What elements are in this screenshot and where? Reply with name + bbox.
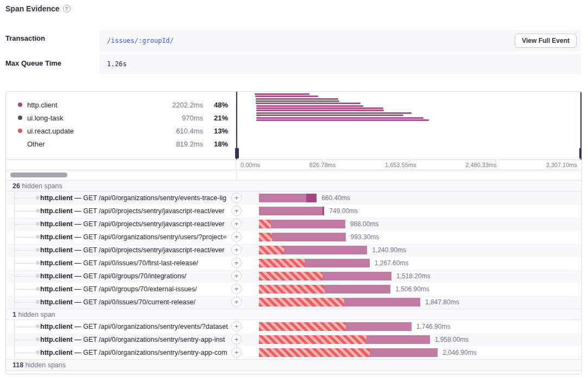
span-row[interactable]: http.client — GET /api/0/organizations/s… [6,192,581,205]
section-header: Span Evidence ? [5,4,71,13]
expand-span-button[interactable]: + [231,245,242,255]
minimap-span-bar [256,105,363,107]
span-description: http.client — GET /api/0/projects/sentry… [40,218,229,231]
span-row[interactable]: http.client — GET /api/0/groups/70/exter… [6,283,581,296]
span-duration-bar [259,348,438,357]
span-description: http.client — GET /api/0/organizations/s… [40,346,229,359]
expand-span-button[interactable]: + [231,271,242,281]
expand-span-button[interactable]: + [231,206,242,216]
tree-node-dot [36,337,40,341]
span-duration-label: 2,046.90ms [442,346,477,359]
expand-span-button[interactable]: + [231,193,242,203]
expand-span-button[interactable]: + [231,347,242,358]
legend-item: ui.react.update610.4ms13% [6,124,236,137]
span-duration-bar [259,194,317,202]
legend-dot-icon [18,116,22,120]
span-row[interactable]: http.client — GET /api/0/projects/sentry… [6,205,581,218]
legend-percent: 13% [203,127,228,135]
transaction-label: Transaction [5,34,45,42]
span-list: 26 hidden spanshttp.client — GET /api/0/… [6,180,581,371]
view-full-event-button[interactable]: View Full Event [515,34,577,48]
span-duration-bar [259,233,346,241]
span-duration-label: 1,518.20ms [396,270,431,283]
span-row[interactable]: http.client — GET /api/0/projects/sentry… [6,218,581,231]
hidden-spans-header: 26 hidden spans [6,180,581,192]
span-row[interactable]: http.client — GET /api/0/issues/70/first… [6,257,581,270]
tree-node-dot [36,350,40,354]
span-duration-label: 993.30ms [351,231,380,244]
span-row[interactable]: http.client — GET /api/0/organizations/s… [6,320,581,333]
legend-label: Other [27,140,156,148]
span-row[interactable]: http.client — GET /api/0/organizations/s… [6,333,581,346]
span-description: http.client — GET /api/0/issues/70/first… [40,257,229,270]
tree-node-dot [36,324,40,328]
page-title: Span Evidence [5,4,60,13]
help-icon[interactable]: ? [63,5,71,12]
span-duration-bar [259,285,390,293]
legend-item: ui.long-task970ms21% [6,111,236,124]
span-description: http.client — GET /api/0/organizations/s… [40,320,229,333]
expand-span-button[interactable]: + [231,297,242,307]
minimap-span-bar [255,95,318,97]
tree-node-dot [36,248,40,252]
expand-span-button[interactable]: + [231,334,242,344]
span-description: http.client — GET /api/0/groups/70/integ… [40,270,229,283]
legend-item: Other819.2ms18% [6,137,236,150]
span-duration-bar [259,246,367,254]
span-row[interactable]: http.client — GET /api/0/issues/70/curre… [6,296,581,309]
tree-node-dot [36,261,40,265]
tree-node-dot [36,209,40,213]
scrollbar-thumb[interactable] [10,173,67,177]
span-description: http.client — GET /api/0/issues/70/curre… [40,296,229,309]
legend-label: ui.long-task [27,114,156,122]
span-duration-label: 1,958.00ms [435,333,469,346]
span-duration-bar [259,207,324,215]
expand-span-button[interactable]: + [231,284,242,294]
span-description: http.client — GET /api/0/projects/sentry… [40,205,229,218]
span-row[interactable]: http.client — GET /api/0/organizations/s… [6,231,581,244]
minimap-span-bar [255,93,309,95]
legend-dot-icon [18,103,22,107]
span-description: http.client — GET /api/0/organizations/s… [40,192,229,205]
minimap-span-bar [256,117,423,119]
minimap-span-bar [256,114,403,116]
legend-percent: 48% [203,101,228,109]
tree-node-dot [36,274,40,278]
span-duration-label: 1,746.90ms [416,320,451,333]
expand-span-button[interactable]: + [231,232,242,242]
time-axis-row: 0.00ms826.78ms1,653.55ms2,480.33ms3,307.… [6,159,581,170]
expand-span-button[interactable]: + [231,321,242,331]
tree-node-dot [36,235,40,239]
axis-tick-label: 0.00ms [241,162,260,168]
legend-dot-icon [18,129,22,133]
minimap-right-handle[interactable] [580,92,581,159]
transaction-link[interactable]: /issues/:groupId/ [107,37,174,44]
horizontal-scrollbar [6,170,581,180]
span-description: http.client — GET /api/0/projects/sentry… [40,244,229,257]
max-queue-time-label: Max Queue Time [5,59,61,67]
minimap-left-handle[interactable] [236,92,237,159]
span-duration-label: 1,240.90ms [372,244,406,257]
hidden-spans-header: 118 hidden spans [6,359,581,371]
minimap-span-bar [256,107,383,109]
legend-duration: 970ms [156,114,203,122]
span-duration-bar [259,220,345,228]
minimap-span-bar [256,119,429,121]
minimap-span-bar [256,112,412,114]
hidden-spans-header: 1 hidden span [6,309,581,320]
expand-span-button[interactable]: + [231,219,242,229]
expand-span-button[interactable]: + [231,258,242,268]
span-description: http.client — GET /api/0/organizations/s… [40,231,229,244]
span-duration-bar [259,322,412,331]
legend-label: http.client [27,101,156,109]
span-row[interactable]: http.client — GET /api/0/organizations/s… [6,346,581,359]
span-waterfall-panel: http.client2202.2ms48%ui.long-task970ms2… [5,91,582,374]
minimap-canvas[interactable] [236,92,581,159]
tree-node-dot [36,222,40,226]
minimap-span-bar [256,98,338,100]
span-duration-label: 660.40ms [321,192,350,205]
span-row[interactable]: http.client — GET /api/0/groups/70/integ… [6,270,581,283]
span-duration-bar [259,259,370,267]
tree-node-dot [36,287,40,291]
span-row[interactable]: http.client — GET /api/0/projects/sentry… [6,244,581,257]
